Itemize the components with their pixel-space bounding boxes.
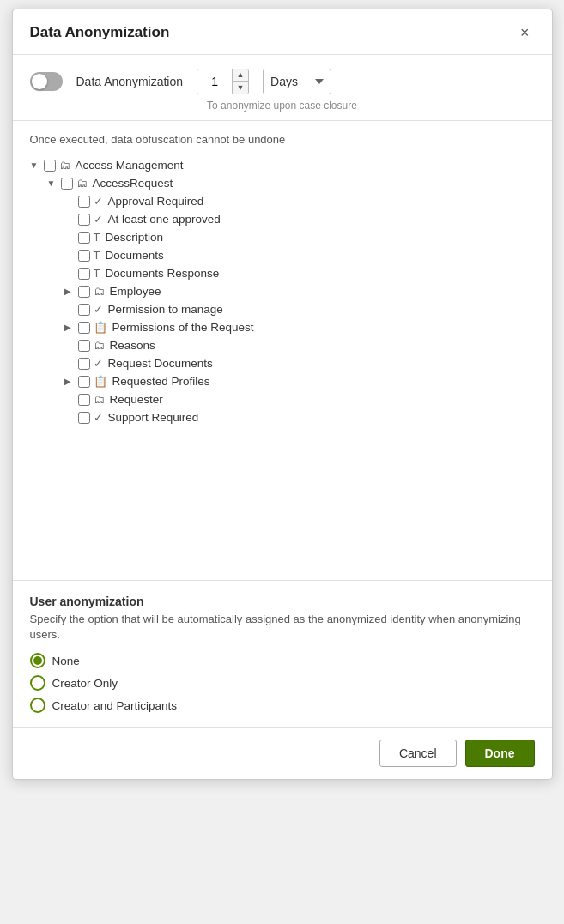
- tree-item-reasons: 🗂 Reasons: [64, 336, 540, 354]
- top-controls: Data Anonymization ▲ ▼ Days Hours Weeks …: [13, 55, 552, 121]
- label-access-request: AccessRequest: [93, 177, 173, 190]
- radio-outer-creator-only: [30, 675, 45, 691]
- checkbox-permission-manage[interactable]: [78, 304, 90, 316]
- close-button[interactable]: ×: [515, 23, 535, 42]
- tree-item-at-least-one: ✓ At least one approved: [64, 210, 540, 228]
- user-anonymization-section: User anonymization Specify the option th…: [13, 581, 552, 728]
- tree-item-permissions-request: ▶ 📋 Permissions of the Request: [64, 318, 540, 336]
- tree-section: Once executed, data obfuscation cannot b…: [13, 121, 552, 581]
- label-documents: Documents: [105, 249, 163, 262]
- days-number-input[interactable]: [197, 69, 232, 94]
- text-icon-description: T: [94, 231, 100, 244]
- radio-inner-none: [33, 656, 42, 665]
- tree-item-access-request: ▼ 🗂 AccessRequest: [47, 174, 540, 192]
- entity-icon: 🗂: [59, 159, 70, 172]
- label-support-required: Support Required: [108, 411, 199, 424]
- tree-item-support-required: ✓ Support Required: [64, 408, 540, 426]
- label-requested-profiles: Requested Profiles: [112, 375, 210, 388]
- check-icon-support: ✓: [94, 411, 103, 424]
- checkbox-documents-response[interactable]: [78, 268, 90, 280]
- text-icon-documents: T: [94, 249, 100, 262]
- checkbox-requester[interactable]: [78, 394, 90, 406]
- entity-icon-request: 🗂: [76, 177, 88, 190]
- entity-icon-employee: 🗂: [94, 285, 105, 298]
- dialog-footer: Cancel Done: [13, 728, 552, 779]
- tree-item-permission-manage: ✓ Permission to manage: [64, 300, 540, 318]
- tree-item-request-documents: ✓ Request Documents: [64, 354, 540, 372]
- dialog-title: Data Anonymization: [30, 24, 170, 41]
- label-documents-response: Documents Response: [105, 267, 219, 280]
- spinner-down-button[interactable]: ▼: [233, 82, 248, 94]
- checkbox-at-least-one[interactable]: [78, 214, 90, 226]
- radio-label-creator-participants: Creator and Participants: [52, 699, 178, 712]
- spinner-up-button[interactable]: ▲: [233, 69, 248, 82]
- radio-item-creator-participants[interactable]: Creator and Participants: [30, 698, 535, 713]
- checkbox-permissions-request[interactable]: [78, 322, 90, 334]
- done-button[interactable]: Done: [465, 740, 535, 767]
- label-access-management: Access Management: [76, 159, 184, 172]
- tree-item-documents-response: T Documents Response: [64, 264, 540, 282]
- spinner-buttons: ▲ ▼: [232, 69, 248, 94]
- entity-icon-requester: 🗂: [94, 393, 105, 406]
- days-select[interactable]: Days Hours Weeks Months: [263, 69, 331, 94]
- text-icon-documents-response: T: [94, 267, 100, 280]
- label-request-documents: Request Documents: [108, 357, 213, 370]
- tree-item-access-management: ▼ 🗂 Access Management: [30, 156, 540, 174]
- anonymization-toggle[interactable]: [30, 72, 63, 91]
- expand-icon-employee[interactable]: ▶: [64, 287, 75, 296]
- checkbox-request-documents[interactable]: [78, 358, 90, 370]
- radio-outer-none: [30, 653, 45, 668]
- label-approval-required: Approval Required: [108, 195, 204, 208]
- check-icon-atleast: ✓: [94, 213, 103, 226]
- anonymization-row: Data Anonymization ▲ ▼ Days Hours Weeks …: [30, 69, 535, 94]
- checkbox-requested-profiles[interactable]: [78, 376, 90, 388]
- tree-item-requester: 🗂 Requester: [64, 390, 540, 408]
- checkbox-employee[interactable]: [78, 286, 90, 298]
- checkbox-approval-required[interactable]: [78, 196, 90, 208]
- tree-item-approval-required: ✓ Approval Required: [64, 192, 540, 210]
- tree-scroll[interactable]: ▼ 🗂 Access Management ▼ 🗂 AccessRequest …: [30, 156, 543, 568]
- data-anonymization-dialog: Data Anonymization × Data Anonymization …: [12, 9, 553, 780]
- entity-icon-reasons: 🗂: [94, 339, 105, 352]
- tree-item-requested-profiles: ▶ 📋 Requested Profiles: [64, 372, 540, 390]
- check-icon-approval: ✓: [94, 195, 103, 208]
- number-input-wrap: ▲ ▼: [197, 69, 249, 94]
- label-permission-manage: Permission to manage: [108, 303, 223, 316]
- radio-label-creator-only: Creator Only: [52, 677, 118, 690]
- expand-icon-access-request[interactable]: ▼: [47, 178, 58, 188]
- expand-icon-access-management[interactable]: ▼: [30, 160, 40, 170]
- radio-group: None Creator Only Creator and Participan…: [30, 653, 535, 713]
- checkbox-reasons[interactable]: [78, 340, 90, 352]
- checkbox-access-request[interactable]: [61, 178, 73, 190]
- toggle-label: Data Anonymization: [76, 75, 184, 88]
- check-icon-permission: ✓: [94, 303, 103, 316]
- radio-item-creator-only[interactable]: Creator Only: [30, 675, 535, 691]
- checkbox-documents[interactable]: [78, 250, 90, 262]
- label-requester: Requester: [110, 393, 163, 406]
- radio-item-none[interactable]: None: [30, 653, 535, 668]
- label-reasons: Reasons: [110, 339, 155, 352]
- tree-item-documents: T Documents: [64, 246, 540, 264]
- user-anon-description: Specify the option that will be automati…: [30, 612, 535, 643]
- dialog-header: Data Anonymization ×: [13, 9, 552, 55]
- label-employee: Employee: [110, 285, 161, 298]
- warning-text: Once executed, data obfuscation cannot b…: [30, 133, 543, 146]
- cancel-button[interactable]: Cancel: [379, 740, 457, 767]
- label-permissions-request: Permissions of the Request: [112, 321, 254, 334]
- checkbox-support-required[interactable]: [78, 412, 90, 424]
- entity2-icon-permissions: 📋: [94, 321, 107, 334]
- expand-icon-requested-profiles[interactable]: ▶: [64, 377, 75, 386]
- tree-item-employee: ▶ 🗂 Employee: [64, 282, 540, 300]
- user-anon-title: User anonymization: [30, 595, 535, 608]
- toggle-knob: [32, 74, 47, 89]
- label-at-least-one: At least one approved: [108, 213, 221, 226]
- checkbox-description[interactable]: [78, 232, 90, 244]
- radio-outer-creator-participants: [30, 698, 45, 713]
- anonymization-hint: To anonymize upon case closure: [30, 100, 535, 112]
- label-description: Description: [105, 231, 163, 244]
- expand-icon-permissions-request[interactable]: ▶: [64, 323, 75, 332]
- radio-label-none: None: [52, 655, 80, 667]
- checkbox-access-management[interactable]: [44, 160, 56, 172]
- entity2-icon-profiles: 📋: [94, 375, 107, 388]
- check-icon-req-docs: ✓: [94, 357, 103, 370]
